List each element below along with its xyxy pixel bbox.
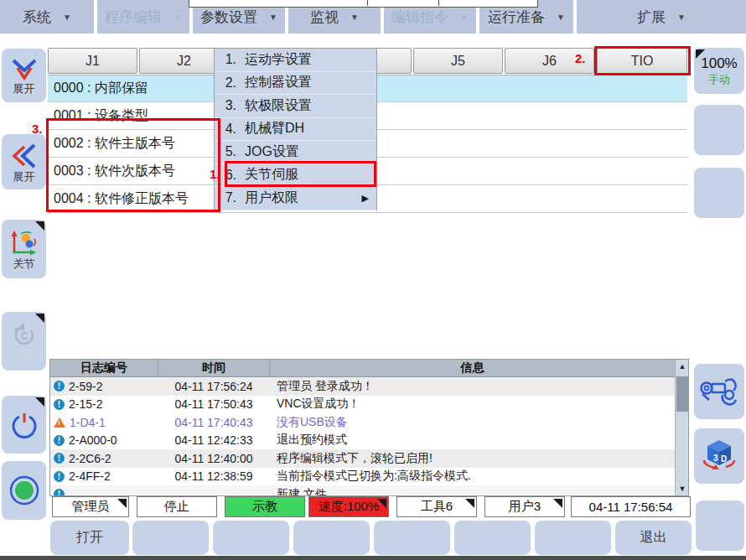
status-user-label: 管理员 [72, 499, 110, 515]
log-row[interactable]: 2-4FF-2 04-11 12:38:59 当前指令模式已切换为:高级指令模式… [50, 468, 675, 486]
speed-mode-button[interactable]: 100% 手动 [694, 48, 744, 94]
view-3d-button[interactable]: 3 D [694, 428, 744, 484]
annotation-label-2: 2. [575, 51, 586, 65]
softkey-blank-2[interactable] [213, 521, 289, 555]
dropdown-item-label: 关节伺服 [245, 166, 298, 184]
joint-mode-label: 关节 [13, 257, 35, 270]
dropdown-item-jog[interactable]: 5. JOG设置 [215, 141, 376, 164]
log-message: 新建 文件 [270, 487, 675, 495]
log-row[interactable]: 2-2C6-2 04-11 12:40:00 程序编辑模式下，滚轮已启用! [50, 449, 675, 468]
power-button[interactable] [2, 396, 46, 454]
tab-tio[interactable]: TIO [597, 48, 687, 74]
teach-pendant-screen: 系统 ▼ 程序编辑 ▼ 参数设置 ▼ 监视 ▼ 编辑指令 ▼ 运行准备 ▼ 扩展… [0, 0, 746, 560]
dropdown-item-joint-servo[interactable]: 6. 关节伺服 [215, 164, 376, 188]
scroll-up-icon[interactable]: ▲ [676, 360, 689, 373]
open-button[interactable]: 打开 [50, 521, 129, 555]
log-id: 2-59-2 [69, 380, 102, 393]
chevron-down-icon: ▼ [350, 13, 359, 22]
log-row[interactable]: 2-15-2 04-11 17:50:43 VNC设置成功！ [50, 396, 675, 414]
log-time: 04-11 12:38:59 [158, 469, 270, 483]
cube-3d-icon: 3 D [699, 438, 739, 474]
exit-button[interactable]: 退出 [615, 521, 692, 555]
log-scrollbar[interactable]: ▲ ▼ [675, 360, 688, 495]
log-message: VNC设置成功！ [270, 397, 675, 412]
svg-text:C: C [20, 330, 28, 342]
dropdown-item-number: 7. [215, 190, 236, 205]
window-edge-divider [367, 0, 368, 6]
dropdown-item-controller[interactable]: 2. 控制器设置 [215, 72, 376, 96]
dropdown-item-soft-limit[interactable]: 3. 软极限设置 [215, 95, 376, 118]
param-row-label: 0004 : 软件修正版本号 [54, 190, 189, 208]
dropdown-item-number: 3. [215, 98, 236, 113]
right-blank-button-3[interactable] [696, 500, 744, 551]
dropdown-item-label: 运动学设置 [245, 51, 312, 69]
corner-marker-icon [553, 499, 562, 508]
expand-down-button[interactable]: 展开 [2, 49, 46, 102]
dropdown-item-label: 机械臂DH [245, 120, 304, 137]
corner-marker-icon [35, 397, 44, 407]
right-blank-button-1[interactable] [694, 105, 744, 155]
scroll-down-icon[interactable]: ▼ [676, 482, 689, 495]
log-panel: 日志编号 时间 信息 2-59-2 04-11 17:56:24 管理员 登录成… [49, 359, 689, 496]
param-row-label: 0001 : 设备类型 [54, 107, 148, 125]
manual-mode-label: 手动 [708, 72, 730, 87]
log-message: 当前指令模式已切换为:高级指令模式. [270, 469, 675, 484]
tab-j1-label: J1 [85, 54, 100, 69]
softkey-blank-3[interactable] [293, 521, 370, 555]
menu-monitor-label: 监视 [310, 8, 339, 27]
log-row[interactable]: 1-D4-1 04-11 17:40:43 没有USB设备 [50, 413, 675, 432]
joint-mode-button[interactable]: 关节 [2, 220, 46, 278]
dropdown-item-kinematics[interactable]: 1. 运动学设置 [215, 49, 376, 72]
log-header-id: 日志编号 [50, 360, 158, 376]
chevron-down-icon: ▼ [460, 13, 469, 22]
tab-j2-label: J2 [177, 54, 191, 69]
status-user[interactable]: 管理员 [52, 496, 129, 517]
log-row[interactable]: 2-A000-0 04-11 12:42:33 退出预约模式 [50, 432, 675, 450]
svg-text:D: D [721, 454, 727, 464]
menu-extension[interactable]: 扩展 ▼ [577, 0, 746, 34]
log-id: 2-4FF-2 [69, 469, 111, 483]
dropdown-item-user-rights[interactable]: 7. 用户权限 ▶ [215, 187, 376, 210]
menu-system[interactable]: 系统 ▼ [0, 0, 94, 34]
tab-j1[interactable]: J1 [48, 48, 137, 74]
status-tool[interactable]: 工具6 [396, 496, 477, 517]
menu-system-label: 系统 [23, 8, 51, 27]
single-cycle-button: C 单循环 [2, 312, 46, 371]
log-header-time: 时间 [158, 360, 270, 376]
drag-teach-button[interactable] [694, 364, 744, 419]
param-row-label: 0002 : 软件主版本号 [54, 135, 175, 153]
menu-run-prepare-label: 运行准备 [488, 8, 545, 27]
log-time: 04-11 17:56:24 [158, 380, 270, 393]
status-mode[interactable]: 示教 [225, 496, 305, 517]
enable-record-button[interactable] [2, 461, 46, 520]
occluded-window-edge [189, 0, 538, 8]
status-speed[interactable]: 速度:100% [308, 496, 389, 517]
status-frame[interactable]: 用户3 [484, 496, 565, 517]
tab-j5[interactable]: J5 [413, 48, 503, 74]
log-message: 管理员 登录成功！ [270, 379, 675, 394]
softkey-blank-6[interactable] [535, 521, 611, 555]
log-row[interactable]: 2-59-2 04-11 17:56:24 管理员 登录成功！ [50, 377, 675, 396]
scroll-thumb[interactable] [676, 376, 688, 412]
status-frame-label: 用户3 [509, 499, 541, 515]
info-icon [54, 471, 65, 482]
screen-bottom-edge [0, 556, 746, 560]
dropdown-item-label: 用户权限 [245, 189, 298, 207]
right-blank-button-2[interactable] [694, 168, 744, 218]
power-icon [9, 410, 39, 440]
softkey-blank-1[interactable] [132, 521, 209, 555]
dropdown-item-number: 2. [215, 75, 236, 91]
status-run-state[interactable]: 停止 [137, 496, 217, 517]
info-icon [54, 399, 65, 410]
dropdown-item-number: 4. [215, 122, 236, 137]
dropdown-item-number: 1. [215, 52, 236, 67]
expand-left-button[interactable]: 展开 [2, 134, 46, 189]
chevron-down-icon: ▼ [63, 13, 71, 22]
info-icon [54, 381, 65, 391]
softkey-blank-5[interactable] [454, 521, 531, 555]
log-message: 退出预约模式 [270, 433, 675, 448]
softkey-blank-4[interactable] [374, 521, 450, 555]
speed-percent-label: 100% [701, 55, 737, 72]
dropdown-item-arm-dh[interactable]: 4. 机械臂DH [215, 118, 376, 142]
svg-text:3: 3 [713, 454, 718, 463]
